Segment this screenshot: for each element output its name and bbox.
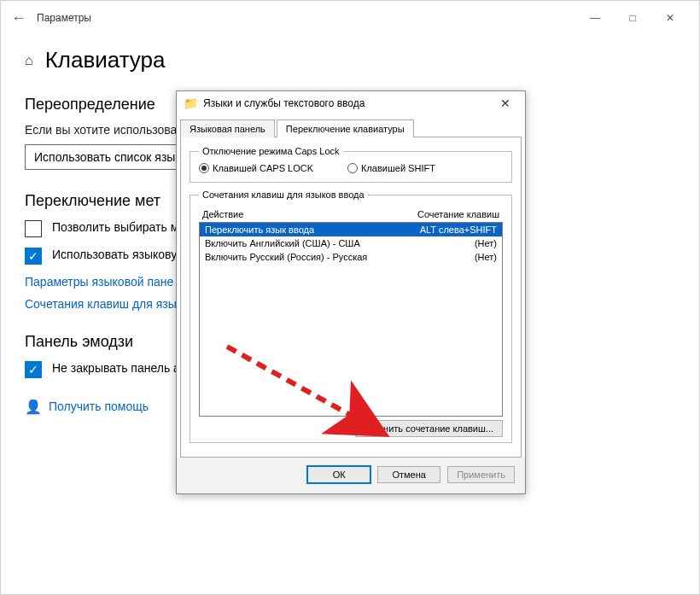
radio-icon <box>347 163 358 173</box>
help-icon: 👤 <box>25 399 42 415</box>
change-hotkey-button[interactable]: Сменить сочетание клавиш... <box>355 420 503 437</box>
checkbox-use-langbar[interactable]: ✓ <box>25 248 42 265</box>
window-title: Параметры <box>37 12 91 24</box>
cancel-button[interactable]: Отмена <box>377 466 440 483</box>
dropdown-label: Использовать список язы <box>34 150 175 164</box>
back-icon[interactable]: ← <box>11 9 26 27</box>
hotkeys-group: Сочетания клавиш для языков ввода Действ… <box>190 190 512 443</box>
minimize-icon[interactable]: — <box>576 5 614 31</box>
text-services-dialog: 📁 Языки и службы текстового ввода ✕ Язык… <box>176 90 526 494</box>
radio-capslock[interactable]: Клавишей CAPS LOCK <box>199 163 313 173</box>
checkbox-emoji[interactable]: ✓ <box>25 361 42 378</box>
hotkeys-listbox[interactable]: Переключить язык ввода ALT слева+SHIFT В… <box>199 222 503 417</box>
tab-keyboard-switch[interactable]: Переключение клавиатуры <box>277 120 414 137</box>
maximize-icon[interactable]: □ <box>614 5 651 31</box>
col-action: Действие <box>202 209 397 219</box>
dialog-close-icon[interactable]: ✕ <box>493 96 518 110</box>
dialog-title: Языки и службы текстового ввода <box>203 97 365 109</box>
radio-icon <box>199 163 209 173</box>
capslock-legend: Отключение режима Caps Lock <box>199 146 343 156</box>
tab-language-bar[interactable]: Языковая панель <box>180 120 275 137</box>
col-combo: Сочетание клавиш <box>397 209 499 219</box>
list-item[interactable]: Переключить язык ввода ALT слева+SHIFT <box>200 223 502 236</box>
radio-shift[interactable]: Клавишей SHIFT <box>347 163 435 173</box>
home-icon[interactable]: ⌂ <box>25 53 33 68</box>
dialog-icon: 📁 <box>184 96 198 110</box>
close-icon[interactable]: ✕ <box>651 5 689 31</box>
ok-button[interactable]: ОК <box>307 466 370 483</box>
hotkeys-legend: Сочетания клавиш для языков ввода <box>199 190 368 200</box>
list-item[interactable]: Включить Английский (США) - США (Нет) <box>200 236 502 250</box>
apply-button: Применить <box>447 466 515 483</box>
help-link[interactable]: Получить помощь <box>49 400 149 413</box>
capslock-group: Отключение режима Caps Lock Клавишей CAP… <box>190 146 512 183</box>
page-title: Клавиатура <box>45 47 166 73</box>
list-item[interactable]: Включить Русский (Россия) - Русская (Нет… <box>200 250 502 264</box>
checkbox-allow-app[interactable] <box>25 220 42 237</box>
